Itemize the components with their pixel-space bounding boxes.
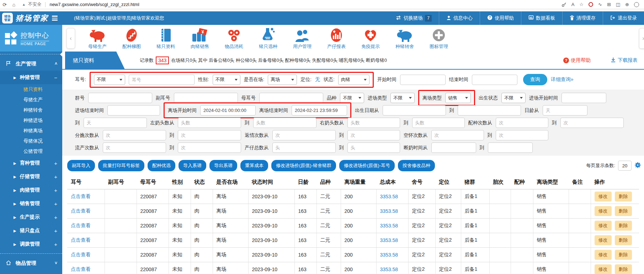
module-meat-pig-sales[interactable]: ¥肉猪销售 xyxy=(187,27,212,50)
module-immunity-tips[interactable]: 免疫提示 xyxy=(358,27,383,50)
mating-count-from-input[interactable] xyxy=(496,118,548,128)
menu-item-usage-help[interactable]: ?使用帮助 xyxy=(480,11,521,25)
herd-no-input[interactable] xyxy=(88,93,152,103)
total-cost-link[interactable]: 3353.58 xyxy=(380,252,398,258)
right-teat-from-input[interactable] xyxy=(347,118,400,128)
edit-button[interactable]: 修改 xyxy=(595,206,612,216)
edit-button[interactable]: 修改 xyxy=(595,250,612,260)
delete-button[interactable]: 删除 xyxy=(615,264,632,274)
status-select[interactable]: 肉猪 xyxy=(338,75,369,85)
tab-pig-records[interactable]: 猪只资料 xyxy=(65,52,125,69)
sidebar-item-种猪离场[interactable]: 种猪离场 xyxy=(0,125,62,136)
sub-ear-no-input[interactable] xyxy=(174,93,238,103)
sidebar-item-公猪管理[interactable]: 公猪管理 xyxy=(0,146,62,156)
module-farrowing-report[interactable]: 产仔报表 xyxy=(324,27,349,50)
favorites-add-icon[interactable]: ☆ xyxy=(579,2,584,7)
gear-icon[interactable] xyxy=(634,162,641,170)
module-user-management[interactable]: 用户管理 xyxy=(290,27,315,50)
total-cost-link[interactable]: 3353.58 xyxy=(380,223,398,229)
detail-query-link[interactable]: 详细查询» xyxy=(551,76,574,83)
menu-item-logout[interactable]: 退出登录 xyxy=(603,11,644,25)
sex-select[interactable]: 不限 xyxy=(213,75,240,85)
delete-button[interactable]: 删除 xyxy=(615,221,632,231)
entry-type-select[interactable]: 不限 xyxy=(390,93,415,103)
abortion-to-input[interactable] xyxy=(178,143,241,153)
entry-end-time-input[interactable] xyxy=(107,105,160,115)
mating-count-to-input[interactable] xyxy=(560,118,624,128)
sidebar-section-物品管理[interactable]: 物品管理˅ xyxy=(0,256,62,270)
age-from-input[interactable] xyxy=(543,105,587,115)
start-time-input[interactable] xyxy=(400,75,446,85)
module-pig-selection[interactable]: 猪只选种 xyxy=(256,27,281,50)
menu-item-switch-farm[interactable]: 切换猪场7 xyxy=(388,11,439,25)
menu-item-data-dashboard[interactable]: 数据看板 xyxy=(521,11,562,25)
address-bar[interactable]: ▲ 不安全 new7.gxswine.com/web/scgl_zzgl_zzz… xyxy=(22,1,139,7)
hamburger-icon[interactable] xyxy=(52,16,58,21)
sidebar-item-母猪生产[interactable]: 母猪生产 xyxy=(0,95,62,105)
extension-red-icon[interactable] xyxy=(589,2,593,7)
export-pedigree-button[interactable]: 导出系谱 xyxy=(209,160,237,171)
farrowing-from-input[interactable] xyxy=(103,130,166,140)
open-count-to-input[interactable] xyxy=(496,130,548,140)
view-detail-link[interactable]: 点击查看 xyxy=(71,266,91,272)
refresh-icon[interactable]: ⟳ xyxy=(0,2,9,7)
sidebar-group-猪只盘点[interactable]: ▶猪只盘点+ xyxy=(0,224,62,237)
download-report-link[interactable]: 下载报表 xyxy=(611,57,638,64)
view-detail-link[interactable]: 点击查看 xyxy=(71,222,91,228)
total-cost-link[interactable]: 3353.58 xyxy=(380,208,398,214)
module-icon-management[interactable]: 图标管理 xyxy=(426,27,451,50)
left-teat-to-input[interactable] xyxy=(253,118,316,128)
edit-button[interactable]: 修改 xyxy=(595,235,612,245)
modify-entry-price-house-button[interactable]: 修改进场价(原值)-猪舍猪群 xyxy=(271,160,336,171)
age-to-input[interactable] xyxy=(84,118,147,128)
farrowing-to-input[interactable] xyxy=(178,130,241,140)
total-born-from-input[interactable] xyxy=(272,143,336,153)
sidebar-item-猪只资料[interactable]: 猪只资料 xyxy=(0,84,62,95)
view-detail-link[interactable]: 点击查看 xyxy=(71,193,91,199)
location-none-link[interactable]: 无 xyxy=(315,76,320,83)
import-pedigree-button[interactable]: 导入系谱 xyxy=(179,160,206,171)
delete-button[interactable]: 删除 xyxy=(615,250,632,260)
birth-date-from-input[interactable] xyxy=(383,105,446,115)
sidebar-group-仔猪管理[interactable]: ▶仔猪管理+ xyxy=(0,170,62,183)
module-item-consumption[interactable]: 物品消耗 xyxy=(222,27,246,50)
sub-ear-import-button[interactable]: 副耳导入 xyxy=(67,160,95,171)
exit-end-time-input[interactable] xyxy=(292,105,347,115)
split-screen-icon[interactable]: ◫ xyxy=(616,2,620,7)
sidebar-group-销售管理[interactable]: ▶销售管理+ xyxy=(0,197,62,210)
wave-icon[interactable]: ∿ xyxy=(598,2,602,7)
recalc-cost-button[interactable]: 重算成本 xyxy=(240,160,268,171)
dam-ear-no-input[interactable] xyxy=(259,93,323,103)
view-detail-link[interactable]: 点击查看 xyxy=(71,237,91,243)
view-detail-link[interactable]: 点击查看 xyxy=(71,252,91,257)
batch-print-ear-tag-button[interactable]: 批量打印耳号标签 xyxy=(98,160,144,171)
sidebar-item-种猪进场[interactable]: 种猪进场 xyxy=(0,115,62,125)
sidebar-item-种猪转舍[interactable]: 种猪转舍 xyxy=(0,105,62,115)
right-teat-to-input[interactable] xyxy=(412,118,465,128)
collections-icon[interactable]: ⊞ xyxy=(607,2,611,7)
sidebar-section-生产管理[interactable]: 生产管理˄ xyxy=(0,57,62,71)
birth-status-select[interactable]: 不限 xyxy=(501,93,526,103)
ear-no-mode-select[interactable]: 不限 xyxy=(94,75,125,85)
sidebar-group-育种管理[interactable]: ▶育种管理+ xyxy=(0,156,62,170)
sidebar-group-调拨管理[interactable]: ▶调拨管理+ xyxy=(0,237,62,251)
apps-icon[interactable]: ⊕ xyxy=(625,2,629,7)
module-sow-production[interactable]: 母猪生产 xyxy=(85,27,110,50)
sidebar-group-生产提示[interactable]: ▶生产提示+ xyxy=(0,210,62,224)
sidebar-item-母猪体况[interactable]: 母猪体况 xyxy=(0,136,62,146)
delete-button[interactable]: 删除 xyxy=(615,192,632,202)
abortion-from-input[interactable] xyxy=(103,143,166,153)
query-button[interactable]: 查询 xyxy=(523,74,547,85)
delete-button[interactable]: 删除 xyxy=(615,235,632,245)
profile-icon[interactable] xyxy=(634,2,639,7)
breeding-optimize-button[interactable]: 配种优选 xyxy=(148,160,175,171)
delete-button[interactable]: 删除 xyxy=(615,206,632,216)
left-teat-from-input[interactable] xyxy=(178,118,241,128)
key-icon[interactable] xyxy=(561,2,566,7)
sidebar-group-种猪管理[interactable]: ▶种猪管理− xyxy=(0,71,62,84)
total-cost-link[interactable]: 3353.58 xyxy=(380,237,398,243)
usage-help-link[interactable]: ? 使用帮助 xyxy=(563,57,591,64)
modify-entry-price-ear-button[interactable]: 修改进场价(原值)-耳号 xyxy=(339,160,395,171)
wean-time-to-input[interactable] xyxy=(488,143,533,153)
edit-button[interactable]: 修改 xyxy=(595,221,612,231)
